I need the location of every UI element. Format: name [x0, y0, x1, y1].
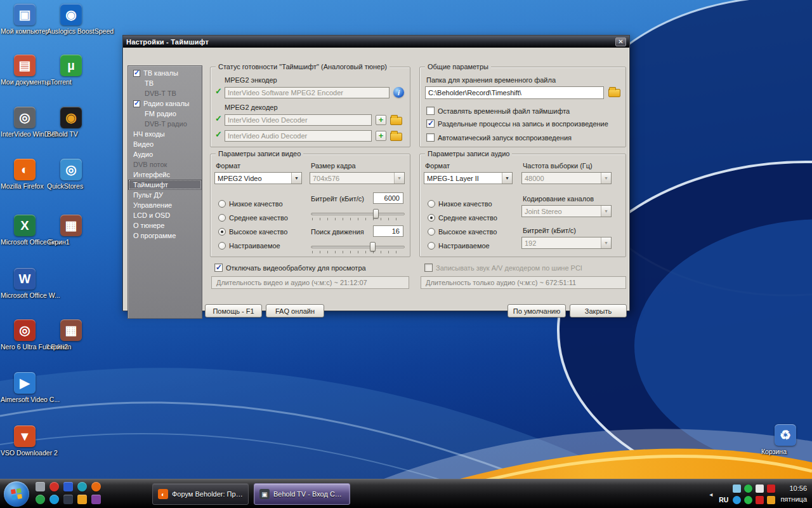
- taskbar-task-beholder-forum[interactable]: ◐ Форум Beholder: Про...: [152, 483, 249, 505]
- tree-item-tv-channels[interactable]: ТВ каналы: [128, 68, 202, 78]
- checkbox-keep-temp-file[interactable]: Оставлять временный файл таймшифта: [426, 107, 570, 115]
- radio-icon[interactable]: [218, 228, 226, 236]
- volume-icon[interactable]: [744, 496, 752, 504]
- update-icon[interactable]: [733, 485, 741, 493]
- desktop-icon-firefox[interactable]: ◐ Mozilla Firefox: [1, 159, 49, 182]
- radio-video-quality-high[interactable]: Высокое качество: [218, 228, 287, 236]
- radio-icon[interactable]: [218, 214, 226, 222]
- tree-item-radio-channels[interactable]: Радио каналы: [128, 98, 202, 109]
- desktop-icon-my-computer[interactable]: ▣ Мой компьютер: [1, 4, 49, 27]
- dialog-titlebar[interactable]: Настройки - Таймшифт ✕: [123, 36, 629, 48]
- opera-icon[interactable]: [49, 482, 59, 491]
- tree-item-video[interactable]: Видео: [128, 139, 202, 149]
- checkbox-separate-processes[interactable]: Раздельные процессы на запись и воспроиз…: [426, 119, 608, 128]
- downloader-icon[interactable]: [91, 495, 101, 504]
- desktop-icon-utorrent[interactable]: µ µTorrent: [47, 55, 95, 78]
- select-codec-icon[interactable]: [376, 115, 386, 125]
- flag-icon[interactable]: [767, 485, 775, 493]
- radio-audio-quality-high[interactable]: Высокое качество: [428, 228, 497, 236]
- scheduler-icon[interactable]: [767, 496, 775, 504]
- desktop-icon-behold-tv[interactable]: ◉ Behold TV: [47, 107, 95, 130]
- checkbox-icon[interactable]: [133, 100, 140, 107]
- radio-audio-quality-custom[interactable]: Настраиваемое: [428, 242, 490, 250]
- webmoney-tray-icon[interactable]: [744, 485, 752, 493]
- radio-icon[interactable]: [428, 200, 435, 208]
- browse-folder-icon[interactable]: [390, 117, 402, 125]
- radio-icon[interactable]: [428, 242, 435, 250]
- radio-video-quality-low[interactable]: Низкое качество: [218, 200, 283, 208]
- save-icon[interactable]: [63, 482, 73, 491]
- webmoney-icon[interactable]: [36, 495, 45, 504]
- desktop-icon-vso[interactable]: ▼ VSO Downloader 2: [1, 425, 49, 449]
- start-button[interactable]: [4, 481, 29, 507]
- desktop-icon-quickstores[interactable]: ◎ QuickStores: [47, 159, 95, 182]
- radio-icon[interactable]: [218, 200, 226, 208]
- tree-item-fm-radio[interactable]: FM радио: [128, 109, 202, 119]
- skype-icon[interactable]: [49, 495, 59, 504]
- desktop-icon-windvd[interactable]: ◎ InterVideo WinDVD...: [1, 107, 49, 130]
- slider-thumb[interactable]: [373, 209, 379, 218]
- checkbox-disable-video-processing[interactable]: Отключать видеообработку для просмотра: [214, 264, 366, 272]
- desktop-icon-word[interactable]: W Microsoft Office W...: [1, 268, 49, 291]
- tree-item-interface[interactable]: Интерфейс: [128, 170, 202, 180]
- motion-search-slider[interactable]: [311, 242, 405, 256]
- desktop-icon-my-documents[interactable]: ▤ Мои документы: [1, 55, 49, 78]
- checkbox-auto-playback[interactable]: Автоматический запуск воспроизведения: [426, 133, 572, 142]
- help-button[interactable]: Помощь - F1: [205, 304, 262, 318]
- hide-tray-icons-icon[interactable]: ◂: [709, 490, 712, 498]
- quicktime-icon[interactable]: [77, 482, 87, 491]
- desktop-icon-nero[interactable]: ◎ Nero 6 Ultra Full Edition: [1, 319, 49, 343]
- video-format-dropdown[interactable]: MPEG2 Video ▼: [214, 172, 302, 184]
- desktop-icon-excel[interactable]: X Microsoft Office Ex...: [1, 215, 49, 238]
- checkbox-icon[interactable]: [133, 70, 140, 77]
- info-icon[interactable]: [393, 87, 404, 98]
- desktop-icon-recycle-bin[interactable]: ♻ Корзина: [761, 424, 809, 448]
- firefox-icon[interactable]: [91, 482, 101, 491]
- desktop-icon-screenshot2[interactable]: ▦ скрин2: [47, 319, 95, 343]
- tree-item-control[interactable]: Управление: [128, 200, 202, 210]
- tree-item-remote[interactable]: Пульт ДУ: [128, 190, 202, 200]
- media-player-icon[interactable]: [63, 495, 73, 504]
- radio-video-quality-custom[interactable]: Настраиваемое: [218, 242, 280, 250]
- defaults-button[interactable]: По умолчанию: [508, 304, 566, 318]
- select-codec-icon[interactable]: [376, 131, 386, 141]
- close-icon[interactable]: ✕: [615, 37, 626, 46]
- browse-folder-icon[interactable]: [390, 133, 402, 141]
- tree-item-lf-inputs[interactable]: НЧ входы: [128, 129, 202, 139]
- tree-item-timeshift[interactable]: Таймшифт: [128, 180, 202, 190]
- tree-item-audio[interactable]: Аудио: [128, 149, 202, 159]
- radio-icon[interactable]: [428, 214, 435, 222]
- slider-track[interactable]: [311, 213, 405, 215]
- faq-button[interactable]: FAQ онлайн: [266, 304, 324, 318]
- checkbox-icon[interactable]: [214, 264, 223, 272]
- radio-icon[interactable]: [218, 242, 226, 250]
- tree-item-tv[interactable]: ТВ: [128, 78, 202, 88]
- show-desktop-icon[interactable]: [36, 482, 45, 491]
- slider-thumb[interactable]: [370, 242, 376, 251]
- radio-video-quality-medium[interactable]: Среднее качество: [218, 214, 288, 222]
- chevron-down-icon[interactable]: ▼: [502, 173, 512, 184]
- tree-item-about-program[interactable]: О программе: [128, 231, 202, 241]
- desktop-icon-screenshot1[interactable]: ▦ Скрин1: [47, 215, 95, 238]
- antivirus-icon[interactable]: [756, 485, 764, 493]
- browse-folder-icon[interactable]: [608, 89, 620, 97]
- checkbox-icon[interactable]: [426, 133, 435, 142]
- radio-audio-quality-medium[interactable]: Среднее качество: [428, 214, 497, 222]
- taskbar-task-behold-tv[interactable]: ▣ Behold TV - Вход Со...: [254, 483, 350, 505]
- network-icon[interactable]: [733, 496, 741, 504]
- language-indicator[interactable]: RU: [717, 496, 730, 504]
- video-bitrate-slider[interactable]: [311, 209, 405, 223]
- tree-item-lcd-osd[interactable]: LCD и OSD: [128, 210, 202, 220]
- checkbox-icon[interactable]: [426, 119, 435, 128]
- close-button[interactable]: Закрыть: [570, 304, 627, 318]
- messenger-icon[interactable]: [756, 496, 764, 504]
- radio-audio-quality-low[interactable]: Низкое качество: [428, 200, 492, 208]
- slider-track[interactable]: [311, 246, 405, 248]
- tree-item-about-tuner[interactable]: О тюнере: [128, 220, 202, 231]
- chevron-down-icon[interactable]: ▼: [291, 173, 301, 184]
- desktop-icon-auslogics[interactable]: ◉ Auslogics BoostSpeed: [47, 4, 95, 27]
- temp-folder-input[interactable]: [425, 86, 604, 99]
- desktop-icon-aimersoft[interactable]: ▶ Aimersoft Video C...: [1, 372, 49, 396]
- checkbox-icon[interactable]: [426, 107, 435, 115]
- radio-icon[interactable]: [428, 228, 435, 236]
